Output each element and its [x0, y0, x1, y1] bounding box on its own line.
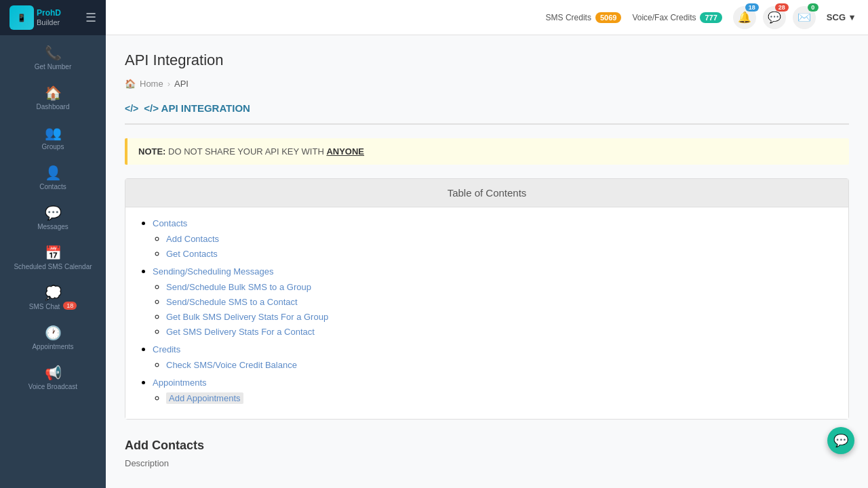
toc-list: Contacts Add Contacts Get Contacts Sendi…	[139, 217, 835, 404]
breadcrumb-home[interactable]: Home	[140, 79, 163, 89]
toc-link-sms-contact[interactable]: Send/Schedule SMS to a Contact	[166, 297, 298, 307]
add-contacts-heading: Add Contacts	[125, 439, 849, 453]
sidebar-item-groups[interactable]: 👥 Groups	[0, 118, 106, 158]
toc-sub-messaging: Send/Schedule Bulk SMS to a Group Send/S…	[153, 281, 835, 338]
list-item: Check SMS/Voice Credit Balance	[166, 359, 835, 371]
sms-credits-badge: 5069	[595, 12, 621, 23]
breadcrumb: 🏠 Home › API	[125, 79, 849, 89]
sms-credits-label: SMS Credits	[546, 13, 591, 22]
home-icon: 🏠	[125, 79, 136, 89]
sidebar-item-label: SMS Chat 18	[29, 303, 77, 311]
page-title: API Integration	[125, 52, 849, 69]
topbar-icons: 🔔 18 💬 28 ✉️ 0	[733, 6, 816, 29]
logo: 📱 ProhD Builder	[9, 5, 61, 30]
chat-icon: 💭	[45, 285, 62, 301]
mail-button[interactable]: ✉️ 0	[793, 6, 816, 29]
list-item: Add Contacts	[166, 232, 835, 245]
groups-icon: 👥	[45, 125, 62, 141]
toc-section-credits: Credits Check SMS/Voice Credit Balance	[153, 343, 835, 371]
brand-sub: Builder	[37, 18, 60, 26]
toc-sub-credits: Check SMS/Voice Credit Balance	[153, 359, 835, 371]
list-item: Get SMS Delivery Stats For a Contact	[166, 325, 835, 338]
api-integration-header: </> </> API INTEGRATION	[125, 102, 849, 125]
toc-sub-contacts: Add Contacts Get Contacts	[153, 232, 835, 260]
sidebar-item-label: Voice Broadcast	[28, 383, 77, 391]
api-title-text: </> API INTEGRATION	[144, 102, 250, 114]
list-item: Add Appointments	[166, 392, 835, 404]
sidebar-item-appointments[interactable]: 🕐 Appointments	[0, 318, 106, 358]
list-item: Send/Schedule SMS to a Contact	[166, 296, 835, 308]
brand-name: ProhD	[37, 8, 61, 18]
toc-link-add-appointments[interactable]: Add Appointments	[166, 392, 243, 404]
mail-badge: 0	[808, 3, 818, 12]
description-label: Description	[125, 458, 849, 468]
sidebar-nav: 📞 Get Number 🏠 Dashboard 👥 Groups 👤 Cont…	[0, 35, 106, 398]
highlighted-text: Add Appointments	[166, 392, 243, 404]
chevron-down-icon: ▾	[850, 12, 854, 22]
toc-content: Contacts Add Contacts Get Contacts Sendi…	[125, 207, 848, 419]
sidebar-item-scheduled-sms[interactable]: 📅 Scheduled SMS Calendar	[0, 238, 106, 278]
topbar: SMS Credits 5069 Voice/Fax Credits 777 🔔…	[106, 0, 868, 35]
toc-link-messaging[interactable]: Sending/Scheduling Messages	[153, 266, 274, 277]
note-text: DO NOT SHARE YOUR API KEY WITH	[168, 146, 326, 157]
toc-section-messaging: Sending/Scheduling Messages Send/Schedul…	[153, 265, 835, 338]
sidebar-item-label: Scheduled SMS Calendar	[14, 263, 92, 271]
sidebar-item-dashboard[interactable]: 🏠 Dashboard	[0, 78, 106, 118]
messages-icon: 💬	[45, 205, 62, 221]
notification-badge: 18	[745, 3, 759, 12]
sidebar: 📱 ProhD Builder ☰ 📞 Get Number 🏠 Dashboa…	[0, 0, 106, 488]
dashboard-icon: 🏠	[45, 85, 62, 101]
toc-link-appointments[interactable]: Appointments	[153, 378, 207, 388]
phone-icon: 📞	[45, 45, 62, 61]
sidebar-item-label: Appointments	[32, 343, 73, 351]
sidebar-item-sms-chat[interactable]: 💭 SMS Chat 18	[0, 278, 106, 318]
note-prefix: NOTE:	[138, 146, 165, 157]
calendar-icon: 📅	[45, 245, 62, 261]
sidebar-item-label: Groups	[42, 143, 64, 151]
toc-section-contacts: Contacts Add Contacts Get Contacts	[153, 217, 835, 260]
voice-fax-credits: Voice/Fax Credits 777	[632, 12, 722, 23]
toc-link-bulk-delivery-group[interactable]: Get Bulk SMS Delivery Stats For a Group	[166, 312, 328, 322]
toc-title: Table of Contents	[125, 179, 848, 207]
toc-link-check-balance[interactable]: Check SMS/Voice Credit Balance	[166, 360, 297, 370]
logo-text: ProhD Builder	[37, 8, 61, 27]
user-label: SCG	[827, 12, 846, 22]
main-area: SMS Credits 5069 Voice/Fax Credits 777 🔔…	[106, 0, 868, 488]
message-badge: 28	[775, 3, 789, 12]
sidebar-item-voice-broadcast[interactable]: 📢 Voice Broadcast	[0, 358, 106, 398]
toc-link-get-contacts[interactable]: Get Contacts	[166, 249, 218, 259]
sidebar-item-label: Get Number	[35, 63, 71, 71]
broadcast-icon: 📢	[45, 365, 62, 381]
toc-link-credits[interactable]: Credits	[153, 344, 180, 354]
notification-button[interactable]: 🔔 18	[733, 6, 756, 29]
voice-fax-label: Voice/Fax Credits	[632, 13, 696, 22]
toc-section-appointments: Appointments Add Appointments	[153, 376, 835, 404]
toc-link-add-contacts[interactable]: Add Contacts	[166, 234, 219, 244]
sidebar-item-contacts[interactable]: 👤 Contacts	[0, 158, 106, 198]
breadcrumb-current: API	[174, 79, 189, 89]
note-box: NOTE: DO NOT SHARE YOUR API KEY WITH ANY…	[125, 138, 849, 165]
toc-link-bulk-sms-group[interactable]: Send/Schedule Bulk SMS to a Group	[166, 282, 311, 292]
sms-chat-badge: 18	[63, 302, 77, 310]
sidebar-item-messages[interactable]: 💬 Messages	[0, 198, 106, 238]
fab-button[interactable]: 💬	[827, 427, 854, 454]
list-item: Send/Schedule Bulk SMS to a Group	[166, 281, 835, 293]
sidebar-item-get-number[interactable]: 📞 Get Number	[0, 38, 106, 78]
sidebar-item-label: Messages	[37, 223, 68, 231]
list-item: Get Contacts	[166, 247, 835, 260]
hamburger-icon[interactable]: ☰	[85, 10, 96, 25]
sidebar-item-label: Dashboard	[37, 103, 70, 111]
toc-link-delivery-contact[interactable]: Get SMS Delivery Stats For a Contact	[166, 327, 315, 337]
note-emphasis: ANYONE	[326, 146, 364, 157]
messages-button[interactable]: 💬 28	[763, 6, 786, 29]
breadcrumb-separator: ›	[167, 79, 170, 89]
toc-sub-appointments: Add Appointments	[153, 392, 835, 404]
table-of-contents: Table of Contents Contacts Add Contacts …	[125, 178, 849, 420]
code-icon: </>	[125, 103, 138, 114]
sidebar-header: 📱 ProhD Builder ☰	[0, 0, 106, 35]
list-item: Get Bulk SMS Delivery Stats For a Group	[166, 310, 835, 323]
sidebar-item-label: Contacts	[39, 183, 66, 191]
toc-link-contacts[interactable]: Contacts	[153, 218, 187, 228]
user-menu[interactable]: SCG ▾	[827, 12, 854, 22]
appointments-icon: 🕐	[45, 325, 62, 341]
